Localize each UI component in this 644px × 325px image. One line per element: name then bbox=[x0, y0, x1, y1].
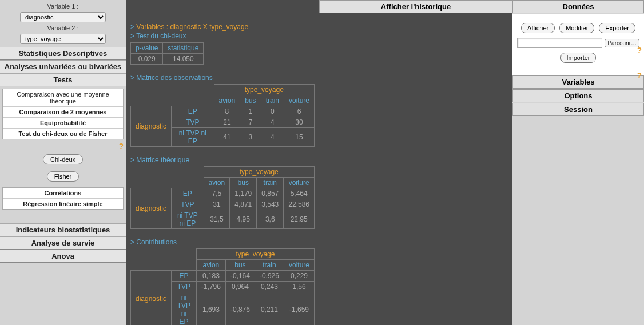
exporter-button[interactable]: Exporter bbox=[599, 23, 635, 33]
fisher-button[interactable]: Fisher bbox=[47, 171, 79, 182]
var1-label: Variable 1 : bbox=[0, 2, 126, 11]
nav-survie[interactable]: Analyse de survie bbox=[0, 236, 126, 250]
file-input[interactable] bbox=[517, 38, 602, 48]
observations-table: type_voyage avionbustrainvoiture diagnos… bbox=[130, 84, 315, 147]
donnees-panel: Afficher Modifier Exporter ? Parcourir… … bbox=[512, 14, 644, 75]
parcourir-button[interactable]: Parcourir… bbox=[605, 39, 639, 47]
contributions-table: type_voyage avionbustrainvoiture diagnos… bbox=[130, 248, 315, 325]
title-variables: Variables : diagnostic X type_voyage bbox=[136, 23, 248, 31]
sub-chi2-fisher[interactable]: Test du chi-deux ou de Fisher bbox=[3, 129, 123, 139]
sub-equiprob[interactable]: Equiprobabilité bbox=[3, 118, 123, 129]
help-icon[interactable]: ? bbox=[0, 142, 126, 151]
sub-comp-moy-theo[interactable]: Comparaison avec une moyenne théorique bbox=[3, 89, 123, 107]
title-observations: Matrice des observations bbox=[136, 74, 212, 82]
title-test: Test du chi-deux bbox=[136, 32, 186, 40]
options-header[interactable]: Options bbox=[512, 89, 644, 102]
donnees-header[interactable]: Données bbox=[512, 0, 644, 13]
sub-comp-2moy[interactable]: Comparaison de 2 moyennes bbox=[3, 107, 123, 118]
nav-anova[interactable]: Anova bbox=[0, 250, 126, 263]
session-header[interactable]: Session bbox=[512, 103, 644, 116]
var2-select[interactable]: type_voyage bbox=[20, 34, 106, 44]
title-theorique: Matrice théorique bbox=[136, 156, 189, 164]
tests-subpanel: Comparaison avec une moyenne théorique C… bbox=[2, 89, 124, 139]
variables-header[interactable]: Variables bbox=[512, 75, 644, 89]
modifier-button[interactable]: Modifier bbox=[559, 23, 594, 33]
main-output: > Variables : diagnostic X type_voyage >… bbox=[126, 0, 319, 325]
title-contributions: Contributions bbox=[136, 238, 177, 246]
corr-subpanel: Corrélations Régression linéaire simple bbox=[2, 187, 124, 210]
importer-button[interactable]: Importer bbox=[560, 53, 597, 63]
pvalue-table: p-valuestatistique 0.02914.050 bbox=[130, 42, 204, 65]
sub-regression[interactable]: Régression linéaire simple bbox=[3, 199, 123, 209]
nav-indicateurs[interactable]: Indicateurs biostatistiques bbox=[0, 223, 126, 236]
help-icon[interactable]: ? bbox=[637, 71, 642, 80]
right-sidebar: Données Afficher Modifier Exporter ? Par… bbox=[512, 0, 644, 325]
left-sidebar: Variable 1 : diagnostic Variable 2 : typ… bbox=[0, 0, 126, 325]
variable-selectors: Variable 1 : diagnostic Variable 2 : typ… bbox=[0, 0, 126, 47]
nav-tests[interactable]: Tests bbox=[0, 73, 126, 86]
nav-stats-descriptives[interactable]: Statistiques Descriptives bbox=[0, 47, 126, 60]
theorique-table: type_voyage avionbustrainvoiture diagnos… bbox=[130, 166, 315, 229]
help-icon[interactable]: ? bbox=[637, 46, 642, 55]
var2-label: Variable 2 : bbox=[0, 23, 126, 33]
nav-analyses[interactable]: Analyses univariées ou bivariées bbox=[0, 60, 126, 73]
var1-select[interactable]: diagnostic bbox=[20, 12, 106, 22]
historique-header[interactable]: Afficher l'historique bbox=[319, 0, 512, 13]
afficher-button[interactable]: Afficher bbox=[521, 23, 555, 33]
sub-correlations[interactable]: Corrélations bbox=[3, 188, 123, 199]
chi-deux-button[interactable]: Chi-deux bbox=[43, 154, 83, 164]
